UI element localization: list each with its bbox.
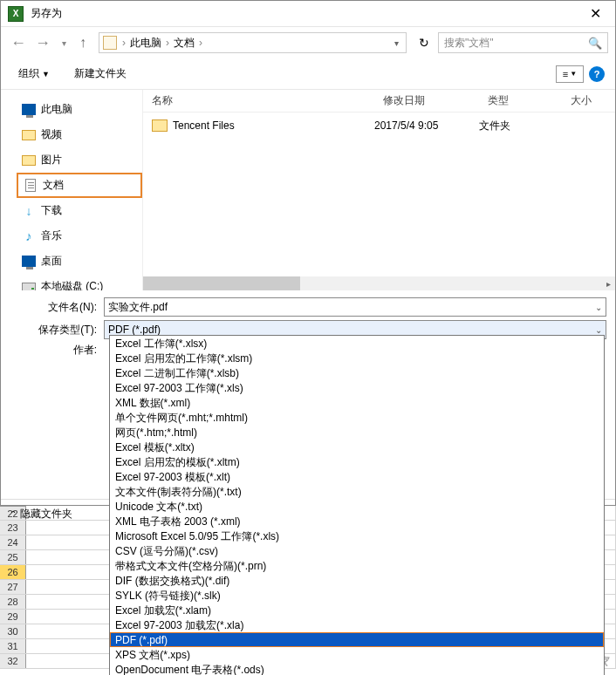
monitor-icon: [22, 104, 36, 115]
row-header[interactable]: 26: [0, 565, 26, 579]
filetype-option[interactable]: DIF (数据交换格式)(*.dif): [110, 573, 604, 588]
folder-icon: [22, 130, 36, 140]
col-size[interactable]: 大小: [562, 93, 615, 108]
hide-folders-button[interactable]: ⌃ 隐藏文件夹: [10, 507, 72, 522]
back-button[interactable]: ←: [8, 32, 29, 53]
file-list: 名称 修改日期 类型 大小 Tencent Files 2017/5/4 9:0…: [142, 90, 615, 290]
h-scrollbar[interactable]: ◂ ▸: [143, 276, 615, 290]
filetype-option[interactable]: Excel 模板(*.xltx): [110, 440, 604, 454]
filetype-option[interactable]: 带格式文本文件(空格分隔)(*.prn): [110, 558, 604, 573]
sidebar-local-disk[interactable]: 本地磁盘 (C:): [17, 274, 142, 290]
filetype-option[interactable]: OpenDocument 电子表格(*.ods): [110, 662, 604, 675]
filetype-option[interactable]: XML 数据(*.xml): [110, 395, 604, 410]
organize-button[interactable]: 组织▼: [11, 63, 57, 85]
excel-icon: X: [8, 6, 24, 22]
breadcrumb-sep: ›: [164, 37, 171, 49]
toolbar: 组织▼ 新建文件夹 ≡▼ ?: [1, 58, 615, 90]
caret-icon: ⌃: [10, 509, 17, 519]
column-headers: 名称 修改日期 类型 大小: [143, 90, 615, 112]
titlebar: X 另存为 ✕: [1, 1, 615, 27]
window-title: 另存为: [31, 6, 583, 21]
sidebar-music[interactable]: ♪ 音乐: [17, 223, 142, 249]
row-header[interactable]: 27: [0, 580, 26, 594]
row-header[interactable]: 28: [0, 595, 26, 609]
filetype-option[interactable]: Unicode 文本(*.txt): [110, 499, 604, 514]
filename-input[interactable]: 实验文件.pdf ⌄: [104, 297, 606, 317]
view-button[interactable]: ≡▼: [556, 65, 584, 83]
sidebar-pictures[interactable]: 图片: [17, 147, 142, 173]
folder-icon: [103, 36, 117, 50]
filetype-option[interactable]: SYLK (符号链接)(*.slk): [110, 588, 604, 603]
row-header[interactable]: 32: [0, 654, 26, 668]
filetype-option[interactable]: 网页(*.htm;*.html): [110, 425, 604, 440]
row-header[interactable]: 25: [0, 550, 26, 564]
col-date[interactable]: 修改日期: [374, 93, 479, 108]
filename-label: 文件名(N):: [10, 300, 104, 315]
filetype-option[interactable]: Excel 启用宏的工作簿(*.xlsm): [110, 351, 604, 365]
forward-button[interactable]: →: [32, 32, 53, 53]
sidebar-this-pc[interactable]: 此电脑: [17, 97, 142, 122]
filetype-option[interactable]: Microsoft Excel 5.0/95 工作簿(*.xls): [110, 528, 604, 543]
author-label: 作者:: [10, 343, 104, 358]
sidebar-videos[interactable]: 视频: [17, 122, 142, 147]
main-area: 此电脑 视频 图片 文档 ↓ 下载 ♪ 音乐: [1, 90, 615, 290]
file-row[interactable]: Tencent Files 2017/5/4 9:05 文件夹: [143, 112, 615, 139]
sidebar-downloads[interactable]: ↓ 下载: [17, 198, 142, 223]
search-icon: 🔍: [588, 37, 602, 50]
new-folder-button[interactable]: 新建文件夹: [67, 63, 133, 85]
music-icon: ♪: [22, 229, 36, 243]
filetype-dropdown-list: Excel 工作簿(*.xlsx)Excel 启用宏的工作簿(*.xlsm)Ex…: [109, 335, 605, 675]
address-dropdown[interactable]: ▾: [391, 38, 402, 48]
folder-icon: [152, 119, 168, 132]
filetype-option[interactable]: Excel 加载宏(*.xlam): [110, 603, 604, 617]
filetype-option[interactable]: Excel 97-2003 加载宏(*.xla): [110, 617, 604, 632]
dropdown-icon[interactable]: ⌄: [595, 303, 602, 312]
breadcrumb-sep: ›: [120, 37, 127, 49]
filetype-option[interactable]: 单个文件网页(*.mht;*.mhtml): [110, 410, 604, 425]
row-header[interactable]: 31: [0, 639, 26, 653]
filetype-option[interactable]: Excel 97-2003 工作簿(*.xls): [110, 380, 604, 395]
download-icon: ↓: [22, 204, 36, 218]
history-dropdown[interactable]: ▾: [57, 38, 71, 48]
filetype-option[interactable]: Excel 工作簿(*.xlsx): [110, 336, 604, 351]
drive-icon: [22, 283, 36, 291]
search-placeholder: 搜索"文档": [444, 36, 588, 51]
breadcrumb-this-pc[interactable]: 此电脑: [127, 36, 164, 51]
sidebar: 此电脑 视频 图片 文档 ↓ 下载 ♪ 音乐: [1, 90, 142, 290]
address-bar[interactable]: › 此电脑 › 文档 › ▾: [99, 32, 407, 53]
dropdown-icon[interactable]: ⌄: [595, 325, 602, 335]
col-name[interactable]: 名称: [143, 93, 374, 108]
filetype-option[interactable]: XML 电子表格 2003 (*.xml): [110, 514, 604, 528]
refresh-button[interactable]: ↻: [414, 32, 435, 53]
scroll-right-icon[interactable]: ▸: [601, 276, 615, 290]
document-icon: [25, 179, 36, 192]
close-button[interactable]: ✕: [583, 5, 608, 22]
row-header[interactable]: 30: [0, 624, 26, 638]
up-button[interactable]: ↑: [74, 34, 92, 51]
col-type[interactable]: 类型: [479, 93, 562, 108]
row-header[interactable]: 24: [0, 535, 26, 549]
filetype-option[interactable]: Excel 97-2003 模板(*.xlt): [110, 469, 604, 484]
breadcrumb-documents[interactable]: 文档: [171, 36, 197, 51]
folder-icon: [22, 155, 36, 166]
desktop-icon: [22, 256, 36, 267]
filetype-label: 保存类型(T):: [10, 323, 104, 338]
sidebar-desktop[interactable]: 桌面: [17, 249, 142, 274]
filetype-option[interactable]: 文本文件(制表符分隔)(*.txt): [110, 484, 604, 499]
filetype-option[interactable]: Excel 二进制工作簿(*.xlsb): [110, 365, 604, 380]
scroll-thumb[interactable]: [143, 276, 300, 290]
filetype-option[interactable]: XPS 文档(*.xps): [110, 647, 604, 662]
nav-bar: ← → ▾ ↑ › 此电脑 › 文档 › ▾ ↻ 搜索"文档" 🔍: [1, 27, 615, 58]
row-header[interactable]: 29: [0, 610, 26, 624]
filetype-option[interactable]: CSV (逗号分隔)(*.csv): [110, 543, 604, 558]
sidebar-documents[interactable]: 文档: [17, 173, 142, 198]
help-button[interactable]: ?: [589, 66, 605, 82]
breadcrumb-sep: ›: [197, 37, 204, 49]
filetype-option[interactable]: Excel 启用宏的模板(*.xltm): [110, 454, 604, 469]
search-input[interactable]: 搜索"文档" 🔍: [438, 32, 608, 53]
filetype-option[interactable]: PDF (*.pdf): [110, 632, 604, 647]
